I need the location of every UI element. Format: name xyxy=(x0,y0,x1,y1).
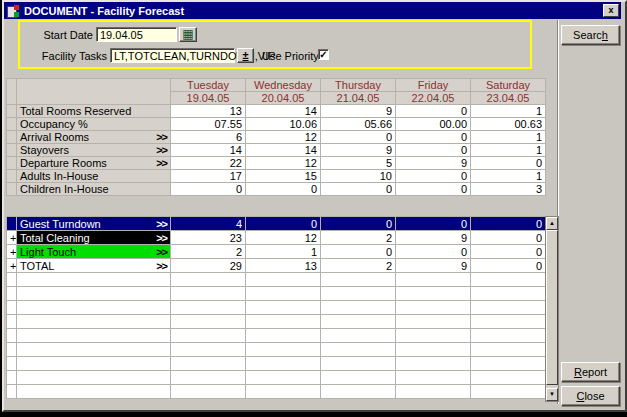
forecast-value-cell: 1 xyxy=(471,144,546,157)
task-value-cell[interactable]: 0 xyxy=(396,217,471,231)
drill-indicator[interactable]: >> xyxy=(156,246,167,258)
expand-button[interactable]: + xyxy=(7,259,17,273)
task-value-cell[interactable]: 12 xyxy=(246,231,321,245)
drill-indicator[interactable]: >> xyxy=(156,260,167,272)
row-gutter xyxy=(7,157,17,170)
forecast-value-cell: 0 xyxy=(246,183,321,196)
start-date-input[interactable]: 19.04.05 xyxy=(96,27,177,42)
task-row[interactable]: +TOTAL>>2913290 xyxy=(7,259,546,273)
forecast-value-cell: 9 xyxy=(321,144,396,157)
forecast-value-cell: 0 xyxy=(396,170,471,183)
drill-indicator[interactable]: >> xyxy=(156,157,167,169)
row-label-cell: Children In-House xyxy=(17,183,171,196)
scrollbar-thumb[interactable] xyxy=(546,230,558,385)
task-value-cell[interactable]: 2 xyxy=(171,245,246,259)
title-bar[interactable]: DOCUMENT - Facility Forecast x xyxy=(4,2,621,19)
expand-button[interactable]: + xyxy=(7,231,17,245)
column-header-day: Saturday xyxy=(471,79,546,92)
task-value-cell[interactable]: 0 xyxy=(471,231,546,245)
close-button-label: lose xyxy=(584,390,604,402)
task-label-cell[interactable]: TOTAL>> xyxy=(17,259,171,273)
start-date-label: Start Date xyxy=(23,29,93,42)
empty-row xyxy=(7,329,546,343)
use-priority-checkbox[interactable]: ✓ xyxy=(318,49,329,60)
forecast-value-cell: 3 xyxy=(471,183,546,196)
search-button-label: Searc xyxy=(573,29,602,41)
search-button[interactable]: Search xyxy=(561,25,620,45)
row-gutter xyxy=(7,105,17,118)
forecast-value-cell: 14 xyxy=(246,144,321,157)
task-label: TOTAL xyxy=(20,260,54,272)
row-label: Departure Rooms xyxy=(20,157,107,169)
task-label-cell[interactable]: Guest Turndown>> xyxy=(17,217,171,231)
calendar-button[interactable]: ▦ xyxy=(179,27,197,42)
task-row[interactable]: Guest Turndown>>40000 xyxy=(7,217,546,231)
scroll-up-icon: ▲ xyxy=(549,220,555,226)
facility-tasks-input[interactable]: LT,TOTCLEAN,TURNDOWN,VIP xyxy=(110,48,235,63)
task-value-cell[interactable]: 4 xyxy=(171,217,246,231)
task-value-cell[interactable]: 0 xyxy=(471,217,546,231)
task-value-cell[interactable]: 0 xyxy=(471,245,546,259)
forecast-value-cell: 0 xyxy=(396,144,471,157)
row-label-cell: Adults In-House xyxy=(17,170,171,183)
scroll-down-button[interactable]: ▼ xyxy=(546,388,558,401)
task-value-cell[interactable]: 2 xyxy=(321,231,396,245)
facility-tasks-label: Facility Tasks xyxy=(17,50,107,63)
forecast-value-cell: 13 xyxy=(171,105,246,118)
drill-indicator[interactable]: >> xyxy=(156,144,167,156)
report-button-mnemonic: R xyxy=(574,366,582,378)
report-button[interactable]: Report xyxy=(561,362,620,382)
forecast-value-cell: 05.66 xyxy=(321,118,396,131)
forecast-value-cell: 0 xyxy=(396,183,471,196)
task-row[interactable]: +Light Touch>>21000 xyxy=(7,245,546,259)
forecast-row: Departure Rooms>>2212590 xyxy=(7,157,546,170)
close-button[interactable]: Close xyxy=(561,386,620,406)
row-label-cell: Stayovers>> xyxy=(17,144,171,157)
forecast-value-cell: 0 xyxy=(396,131,471,144)
task-value-cell[interactable]: 0 xyxy=(321,245,396,259)
task-value-cell[interactable]: 0 xyxy=(471,259,546,273)
task-label-cell[interactable]: Light Touch>> xyxy=(17,245,171,259)
column-header-date: 19.04.05 xyxy=(171,92,246,105)
drill-indicator[interactable]: >> xyxy=(156,131,167,143)
column-header-day: Tuesday xyxy=(171,79,246,92)
empty-row xyxy=(7,357,546,371)
window-close-button[interactable]: x xyxy=(603,4,619,17)
app-icon xyxy=(7,5,19,17)
task-label-cell[interactable]: Total Cleaning>> xyxy=(17,231,171,245)
drill-indicator[interactable]: >> xyxy=(156,232,167,244)
task-row[interactable]: +Total Cleaning>>2312290 xyxy=(7,231,546,245)
tasks-scrollbar[interactable]: ▲ ▼ xyxy=(545,216,559,402)
empty-row xyxy=(7,273,546,287)
task-value-cell[interactable]: 9 xyxy=(396,259,471,273)
task-value-cell[interactable]: 23 xyxy=(171,231,246,245)
empty-row xyxy=(7,301,546,315)
task-value-cell[interactable]: 0 xyxy=(396,245,471,259)
lov-button[interactable]: ± xyxy=(237,48,254,63)
row-gutter xyxy=(7,118,17,131)
row-label: Stayovers xyxy=(20,144,69,156)
expand-button[interactable]: + xyxy=(7,245,17,259)
column-header-date: 23.04.05 xyxy=(471,92,546,105)
column-header-date: 20.04.05 xyxy=(246,92,321,105)
task-value-cell[interactable]: 29 xyxy=(171,259,246,273)
forecast-value-cell: 22 xyxy=(171,157,246,170)
scroll-up-button[interactable]: ▲ xyxy=(546,217,558,230)
task-value-cell[interactable]: 0 xyxy=(321,217,396,231)
forecast-value-cell: 0 xyxy=(396,105,471,118)
row-label-cell: Occupancy % xyxy=(17,118,171,131)
task-value-cell[interactable]: 0 xyxy=(246,217,321,231)
row-gutter xyxy=(7,183,17,196)
empty-row xyxy=(7,343,546,357)
row-label: Occupancy % xyxy=(20,118,88,130)
forecast-value-cell: 10.06 xyxy=(246,118,321,131)
drill-indicator[interactable]: >> xyxy=(156,218,167,230)
task-value-cell[interactable]: 1 xyxy=(246,245,321,259)
tasks-table: Guest Turndown>>40000+Total Cleaning>>23… xyxy=(6,216,546,399)
forecast-value-cell: 1 xyxy=(471,131,546,144)
task-value-cell[interactable]: 13 xyxy=(246,259,321,273)
forecast-value-cell: 0 xyxy=(171,183,246,196)
forecast-value-cell: 0 xyxy=(321,131,396,144)
task-value-cell[interactable]: 2 xyxy=(321,259,396,273)
task-value-cell[interactable]: 9 xyxy=(396,231,471,245)
